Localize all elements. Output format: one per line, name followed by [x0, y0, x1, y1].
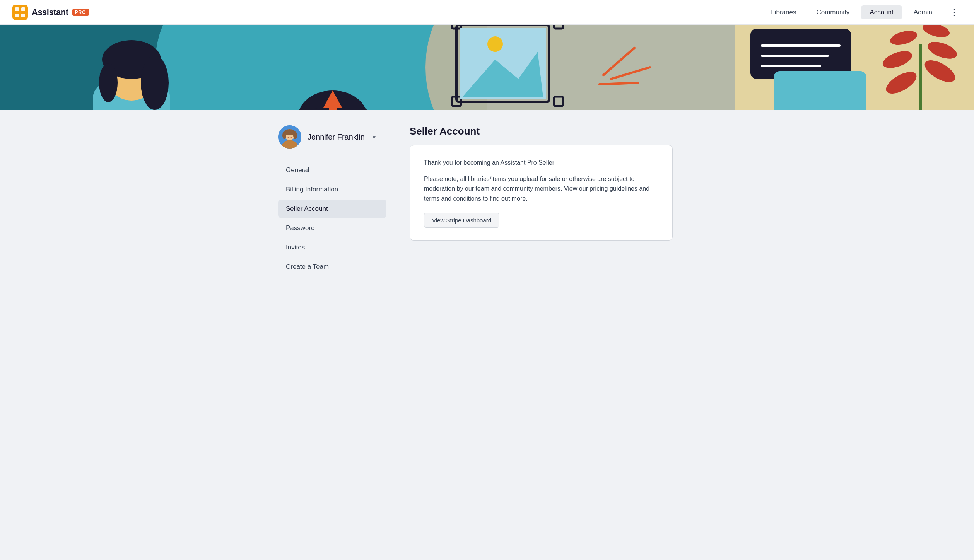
info-text-between: and — [637, 185, 649, 192]
user-name: Jennifer Franklin — [308, 133, 365, 142]
nav-admin[interactable]: Admin — [905, 5, 941, 19]
navbar: Assistant PRO Libraries Community Accoun… — [0, 0, 974, 25]
nav-links: Libraries Community Account Admin — [762, 5, 941, 19]
svg-point-31 — [487, 36, 503, 52]
main-content: Jennifer Franklin ▾ General Billing Info… — [255, 110, 719, 292]
svg-rect-4 — [21, 14, 25, 17]
nav-community[interactable]: Community — [808, 5, 858, 19]
sidebar-item-seller[interactable]: Seller Account — [278, 200, 386, 218]
sidebar-item-team[interactable]: Create a Team — [278, 258, 386, 276]
pricing-guidelines-link[interactable]: pricing guidelines — [590, 185, 637, 192]
sidebar-item-invites[interactable]: Invites — [278, 238, 386, 257]
view-stripe-dashboard-button[interactable]: View Stripe Dashboard — [424, 213, 499, 228]
svg-rect-1 — [15, 7, 19, 11]
chevron-down-icon: ▾ — [373, 133, 376, 141]
hero-banner — [0, 25, 974, 110]
seller-account-section: Seller Account Thank you for becoming an… — [410, 125, 696, 241]
logo-text: Assistant — [32, 7, 68, 17]
svg-point-16 — [99, 63, 118, 102]
sidebar-nav: General Billing Information Seller Accou… — [278, 161, 386, 276]
terms-conditions-link[interactable]: terms and conditions — [424, 195, 481, 202]
sidebar-item-password[interactable]: Password — [278, 219, 386, 237]
sidebar-item-general[interactable]: General — [278, 161, 386, 179]
logo-icon — [12, 5, 28, 20]
svg-point-15 — [141, 56, 169, 110]
user-profile[interactable]: Jennifer Franklin ▾ — [278, 125, 386, 149]
avatar — [278, 125, 301, 149]
svg-rect-2 — [21, 7, 25, 11]
svg-line-34 — [600, 83, 638, 84]
nav-libraries[interactable]: Libraries — [762, 5, 805, 19]
info-text-after: to find out more. — [481, 195, 528, 202]
nav-account[interactable]: Account — [861, 5, 902, 19]
svg-rect-3 — [15, 14, 19, 17]
svg-point-54 — [282, 131, 286, 139]
seller-info-card: Thank you for becoming an Assistant Pro … — [410, 145, 673, 241]
page-title: Seller Account — [410, 125, 696, 137]
pro-badge: PRO — [72, 9, 89, 16]
svg-rect-40 — [774, 71, 866, 110]
sidebar-item-billing[interactable]: Billing Information — [278, 180, 386, 199]
more-menu-icon[interactable]: ⋮ — [947, 6, 962, 19]
seller-info-text: Please note, all libraries/items you upl… — [424, 174, 658, 204]
svg-rect-0 — [12, 5, 28, 20]
svg-point-55 — [293, 131, 297, 139]
sidebar: Jennifer Franklin ▾ General Billing Info… — [278, 125, 386, 276]
seller-welcome-text: Thank you for becoming an Assistant Pro … — [424, 158, 658, 168]
logo[interactable]: Assistant PRO — [12, 5, 89, 20]
